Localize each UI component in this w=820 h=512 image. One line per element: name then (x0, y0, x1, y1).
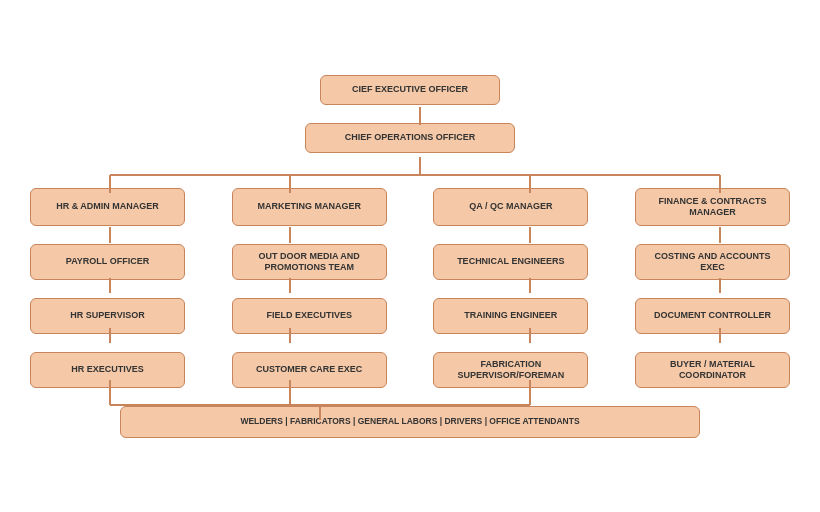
technical-node: TECHNICAL ENGINEERS (433, 244, 588, 280)
level1-row: HR & ADMIN MANAGER MARKETING MANAGER QA … (20, 188, 800, 226)
bottom-row: WELDERS | FABRICATORS | GENERAL LABORS |… (20, 406, 800, 438)
bottom-node: WELDERS | FABRICATORS | GENERAL LABORS |… (120, 406, 700, 438)
l2-spacer (20, 280, 800, 298)
coo-row: CHIEF OPERATIONS OFFICER (20, 123, 800, 153)
level2-row: PAYROLL OFFICER OUT DOOR MEDIA AND PROMO… (20, 244, 800, 280)
hr-exec-node: HR EXECUTIVES (30, 352, 185, 388)
qa-qc-node: QA / QC MANAGER (433, 188, 588, 226)
l4-spacer (20, 388, 800, 406)
training-node: TRAINING ENGINEER (433, 298, 588, 334)
marketing-node: MARKETING MANAGER (232, 188, 387, 226)
level4-row: HR EXECUTIVES CUSTOMER CARE EXEC FABRICA… (20, 352, 800, 388)
doc-controller-node: DOCUMENT CONTROLLER (635, 298, 790, 334)
coo-node: CHIEF OPERATIONS OFFICER (305, 123, 515, 153)
payroll-node: PAYROLL OFFICER (30, 244, 185, 280)
buyer-node: BUYER / MATERIAL COORDINATOR (635, 352, 790, 388)
outdoor-node: OUT DOOR MEDIA AND PROMOTIONS TEAM (232, 244, 387, 280)
l3-spacer (20, 334, 800, 352)
ceo-node: CIEF EXECUTIVE OFFICER (320, 75, 500, 105)
hr-supervisor-node: HR SUPERVISOR (30, 298, 185, 334)
ceo-row: CIEF EXECUTIVE OFFICER (20, 75, 800, 105)
level3-row: HR SUPERVISOR FIELD EXECUTIVES TRAINING … (20, 298, 800, 334)
finance-node: FINANCE & CONTRACTS MANAGER (635, 188, 790, 226)
ceo-coo-connector (20, 105, 800, 123)
org-chart: CIEF EXECUTIVE OFFICER CHIEF OPERATIONS … (10, 65, 810, 448)
field-exec-node: FIELD EXECUTIVES (232, 298, 387, 334)
coo-branch-spacer (20, 153, 800, 188)
fabrication-node: FABRICATION SUPERVISOR/FOREMAN (433, 352, 588, 388)
costing-node: COSTING AND ACCOUNTS EXEC (635, 244, 790, 280)
customer-care-node: CUSTOMER CARE EXEC (232, 352, 387, 388)
hr-admin-node: HR & ADMIN MANAGER (30, 188, 185, 226)
l1-spacer (20, 226, 800, 244)
